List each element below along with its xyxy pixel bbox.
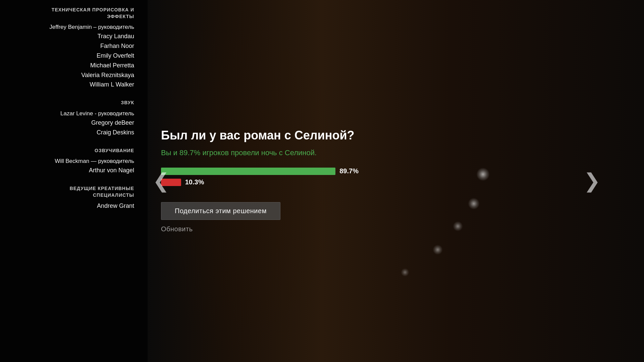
glow-orb-4 [433,245,443,255]
credits-name-valeria: Valeria Reznitskaya [10,70,134,80]
refresh-button[interactable]: Обновить [161,224,193,234]
credits-section-creative: ВЕДУЩИЕ КРЕАТИВНЫЕ СПЕЦИАЛИСТЫ Andrew Gr… [10,185,134,211]
credits-name-arthur: Arthur von Nagel [10,166,134,175]
credits-section-sound: ЗВУК Lazar Levine - руководитель Gregory… [10,100,134,137]
credits-name-william: William L Walker [10,80,134,89]
bar-red-label: 10.3% [185,178,205,186]
stats-overlay: Был ли у вас роман с Селиной? Вы и 89.7%… [148,0,443,362]
nav-arrow-right[interactable]: ❯ [584,171,600,191]
credits-panel: ТЕХНИЧЕСКАЯ ПРОРИСОВКА И ЭФФЕКТЫ Jeffrey… [0,0,144,362]
glow-orb-3 [453,221,463,231]
credits-section-voice: ОЗВУЧИВАНИЕ Will Beckman — руководитель … [10,147,134,176]
credits-name-tracy: Tracy Landau [10,32,134,41]
bar-row-red: 10.3% [161,178,429,186]
credits-name-jeffrey: Jeffrey Benjamin – руководитель [10,22,134,32]
credits-name-lazar: Lazar Levine - руководитель [10,109,134,118]
credits-name-emily: Emily Overfelt [10,51,134,61]
credits-title-voice: ОЗВУЧИВАНИЕ [10,147,134,154]
credits-name-andrew: Andrew Grant [10,201,134,211]
credits-section-tech: ТЕХНИЧЕСКАЯ ПРОРИСОВКА И ЭФФЕКТЫ Jeffrey… [10,7,134,89]
credits-name-craig: Craig Deskins [10,128,134,137]
answer-text: Вы и 89.7% игроков провели ночь с Селино… [161,148,429,157]
glow-orb-2 [468,198,480,209]
credits-name-gregory: Gregory deBeer [10,118,134,128]
credits-name-farhan: Farhan Noor [10,41,134,51]
action-buttons: Поделиться этим решением Обновить [161,202,429,234]
question-text: Был ли у вас роман с Селиной? [161,128,429,143]
glow-orb-5 [401,268,409,277]
credits-title-tech: ТЕХНИЧЕСКАЯ ПРОРИСОВКА И ЭФФЕКТЫ [10,7,134,20]
bar-row-green: 89.7% [161,167,429,175]
credits-name-will: Will Beckman — руководитель [10,157,134,166]
bar-green-label: 89.7% [339,167,360,175]
bar-green [161,168,335,175]
credits-title-creative: ВЕДУЩИЕ КРЕАТИВНЫЕ СПЕЦИАЛИСТЫ [10,185,134,198]
glow-orb-1 [476,168,490,181]
nav-arrow-left[interactable]: ❮ [153,171,169,191]
bar-container: 89.7% 10.3% [161,167,429,189]
share-button[interactable]: Поделиться этим решением [161,202,280,220]
credits-name-michael: Michael Perretta [10,61,134,70]
credits-title-sound: ЗВУК [10,100,134,106]
